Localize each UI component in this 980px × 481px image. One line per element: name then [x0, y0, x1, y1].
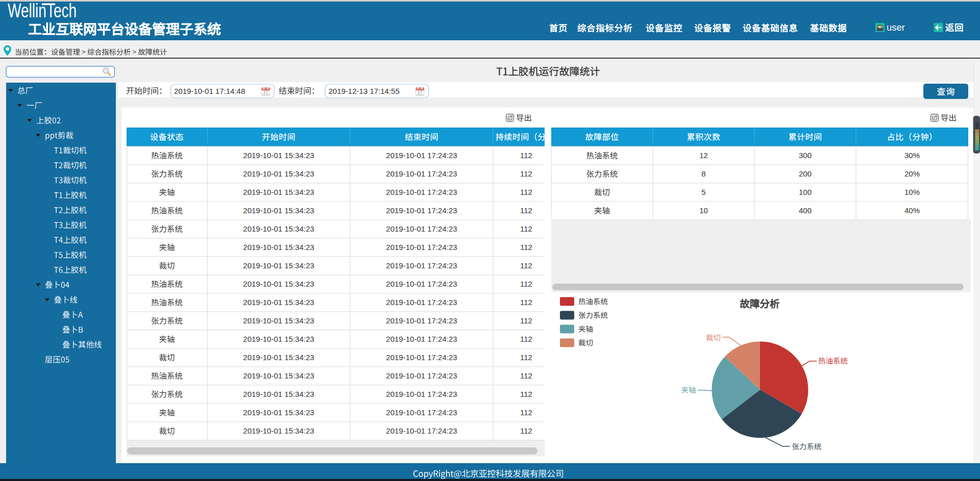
svg-text:30%: 30% [904, 151, 920, 160]
svg-text:2019-10-01 17:24:23: 2019-10-01 17:24:23 [386, 261, 457, 270]
svg-text:2019-10-01 15:34:23: 2019-10-01 15:34:23 [243, 353, 314, 362]
svg-text:2019-10-01 17:24:23: 2019-10-01 17:24:23 [386, 169, 457, 178]
svg-text:2019-10-01 17:24:23: 2019-10-01 17:24:23 [386, 390, 457, 398]
svg-text:5: 5 [701, 188, 705, 196]
svg-text:2019-10-01 17:24:23: 2019-10-01 17:24:23 [386, 224, 457, 233]
svg-text:2019-10-01 15:34:23: 2019-10-01 15:34:23 [243, 298, 314, 307]
svg-text:2019-10-01 17:24:23: 2019-10-01 17:24:23 [386, 408, 457, 417]
svg-text:200: 200 [799, 169, 812, 178]
svg-text:2019-10-01 17:24:23: 2019-10-01 17:24:23 [386, 335, 457, 343]
svg-text:20%: 20% [904, 169, 920, 178]
svg-text:2019-10-01 17:24:23: 2019-10-01 17:24:23 [386, 316, 457, 325]
svg-text:2019-10-01 17:24:23: 2019-10-01 17:24:23 [386, 353, 457, 362]
svg-text:2019-12-13 17:14:55: 2019-12-13 17:14:55 [329, 87, 400, 95]
svg-text:12: 12 [699, 151, 708, 160]
svg-text:2019-10-01 17:14:48: 2019-10-01 17:14:48 [174, 87, 245, 95]
svg-text:2019-10-01 17:24:23: 2019-10-01 17:24:23 [386, 280, 457, 288]
svg-text:112: 112 [520, 335, 532, 343]
svg-text:2019-10-01 15:34:23: 2019-10-01 15:34:23 [243, 316, 314, 325]
svg-text:2019-10-01 15:34:23: 2019-10-01 15:34:23 [243, 243, 314, 251]
svg-text:2019-10-01 15:34:23: 2019-10-01 15:34:23 [243, 206, 314, 215]
svg-text:8: 8 [701, 169, 705, 178]
svg-text:2019-10-01 17:24:23: 2019-10-01 17:24:23 [386, 188, 457, 196]
svg-text:2019-10-01 15:34:23: 2019-10-01 15:34:23 [243, 371, 314, 380]
svg-text:40%: 40% [904, 206, 920, 215]
svg-text:100: 100 [799, 188, 812, 196]
svg-text:112: 112 [520, 224, 532, 233]
svg-text:10: 10 [699, 206, 708, 215]
svg-text:17: 17 [418, 89, 423, 94]
svg-text:400: 400 [799, 206, 812, 215]
svg-text:112: 112 [520, 426, 532, 435]
svg-text:2019-10-01 15:34:23: 2019-10-01 15:34:23 [243, 426, 314, 435]
svg-text:2019-10-01 17:24:23: 2019-10-01 17:24:23 [386, 426, 457, 435]
svg-text:2019-10-01 15:34:23: 2019-10-01 15:34:23 [243, 408, 314, 417]
svg-text:2019-10-01 15:34:23: 2019-10-01 15:34:23 [243, 280, 314, 288]
svg-text:2019-10-01 15:34:23: 2019-10-01 15:34:23 [243, 151, 314, 160]
svg-text:2019-10-01 17:24:23: 2019-10-01 17:24:23 [386, 206, 457, 215]
svg-text:2019-10-01 15:34:23: 2019-10-01 15:34:23 [243, 390, 314, 398]
svg-text:112: 112 [520, 188, 532, 196]
svg-text:112: 112 [520, 408, 532, 417]
svg-text:112: 112 [520, 151, 532, 160]
svg-text:2019-10-01 17:24:23: 2019-10-01 17:24:23 [386, 243, 457, 251]
svg-text:112: 112 [520, 206, 532, 215]
svg-text:10%: 10% [904, 188, 920, 196]
svg-text:112: 112 [520, 353, 532, 362]
svg-text:2019-10-01 17:24:23: 2019-10-01 17:24:23 [386, 151, 457, 160]
svg-text:300: 300 [799, 151, 812, 160]
svg-text:112: 112 [520, 280, 532, 288]
svg-text:2019-10-01 15:34:23: 2019-10-01 15:34:23 [243, 335, 314, 343]
svg-text:17: 17 [263, 89, 268, 94]
svg-text:2019-10-01 17:24:23: 2019-10-01 17:24:23 [386, 371, 457, 380]
svg-text:112: 112 [520, 371, 532, 380]
svg-text:2019-10-01 15:34:23: 2019-10-01 15:34:23 [243, 188, 314, 196]
svg-text:user: user [887, 22, 905, 33]
svg-text:2019-10-01 15:34:23: 2019-10-01 15:34:23 [243, 261, 314, 270]
svg-text:112: 112 [520, 390, 532, 398]
svg-text:2019-10-01 17:24:23: 2019-10-01 17:24:23 [386, 298, 457, 307]
svg-text:112: 112 [520, 169, 532, 178]
svg-text:WellinTech: WellinTech [8, 0, 77, 21]
svg-text:112: 112 [520, 298, 532, 307]
svg-text:2019-10-01 15:34:23: 2019-10-01 15:34:23 [243, 169, 314, 178]
svg-text:112: 112 [520, 243, 532, 251]
svg-text:112: 112 [520, 316, 532, 325]
svg-text:2019-10-01 15:34:23: 2019-10-01 15:34:23 [243, 224, 314, 233]
svg-text:112: 112 [520, 261, 532, 270]
